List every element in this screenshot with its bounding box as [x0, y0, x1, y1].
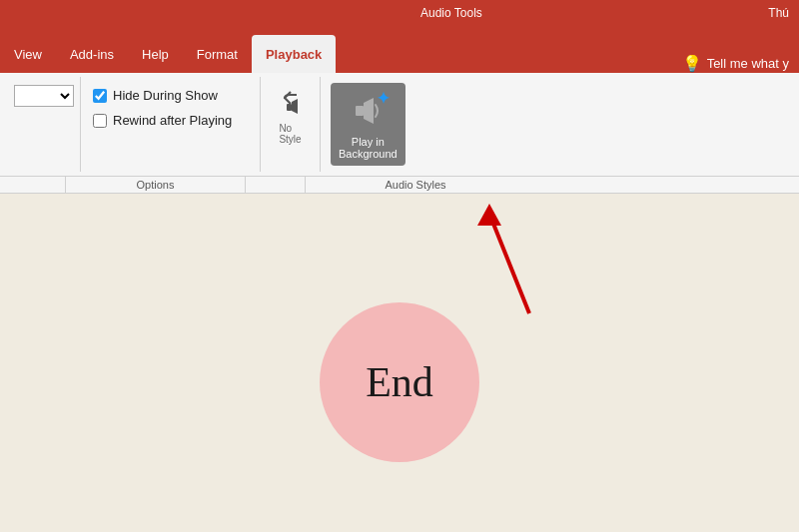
blue-sparkle-icon: ✦	[377, 89, 390, 108]
svg-marker-5	[477, 204, 501, 226]
ribbon-wrapper: Hide During Show Rewind after Playing No…	[0, 73, 799, 194]
ribbon-tabs: View Add-ins Help Format Playback 💡 Tell…	[0, 35, 799, 73]
options-group-label: Options	[66, 177, 246, 193]
tab-playback[interactable]: Playback	[252, 35, 336, 73]
tab-help[interactable]: Help	[128, 35, 183, 73]
audio-styles-group-label: Audio Styles	[306, 177, 525, 193]
svg-marker-1	[292, 99, 298, 114]
audio-styles-buttons: ✦ Play inBackground	[331, 83, 530, 166]
tab-format[interactable]: Format	[183, 35, 252, 73]
undo-section: NoStyle	[261, 77, 321, 172]
red-arrow-svg	[459, 194, 549, 323]
rewind-after-playing-label: Rewind after Playing	[113, 113, 232, 128]
hide-during-show-label: Hide During Show	[113, 88, 218, 103]
options-section: Hide During Show Rewind after Playing	[81, 77, 261, 172]
rewind-after-playing-row[interactable]: Rewind after Playing	[93, 113, 248, 128]
svg-rect-2	[356, 106, 364, 116]
tab-addins[interactable]: Add-ins	[56, 35, 128, 73]
play-in-background-button[interactable]: ✦ Play inBackground	[331, 83, 405, 166]
play-bg-icon-container: ✦	[346, 89, 390, 133]
group-labels-row: Options Audio Styles	[0, 177, 799, 194]
rewind-after-playing-checkbox[interactable]	[93, 114, 107, 128]
slide-area: End	[0, 194, 799, 532]
play-in-background-label: Play inBackground	[339, 136, 398, 160]
title-bar: Audio Tools Thú	[0, 0, 799, 35]
ribbon-content: Hide During Show Rewind after Playing No…	[0, 73, 799, 177]
end-circle: End	[320, 302, 479, 462]
audio-tools-label: Audio Tools	[420, 6, 482, 20]
audio-styles-section: ✦ Play inBackground	[321, 77, 540, 172]
undo-icon	[277, 89, 305, 117]
no-style-label: NoStyle	[279, 123, 301, 145]
tell-me-area[interactable]: 💡 Tell me what y	[672, 54, 799, 73]
end-text: End	[366, 358, 433, 406]
svg-marker-3	[364, 98, 374, 124]
tell-me-text: Tell me what y	[707, 56, 789, 71]
thu-label: Thú	[768, 6, 789, 20]
undo-group-label-spacer	[246, 177, 306, 193]
hide-during-show-checkbox[interactable]	[93, 89, 107, 103]
arrow-container	[459, 194, 549, 323]
tab-view[interactable]: View	[0, 35, 56, 73]
hide-during-show-row[interactable]: Hide During Show	[93, 88, 248, 103]
dropdown-section	[8, 77, 81, 172]
undo-button[interactable]	[273, 85, 309, 121]
svg-line-4	[489, 214, 529, 313]
style-dropdown[interactable]	[14, 85, 74, 107]
dropdown-group-label-spacer	[0, 177, 66, 193]
lightbulb-icon: 💡	[682, 54, 702, 73]
svg-rect-0	[287, 104, 292, 111]
